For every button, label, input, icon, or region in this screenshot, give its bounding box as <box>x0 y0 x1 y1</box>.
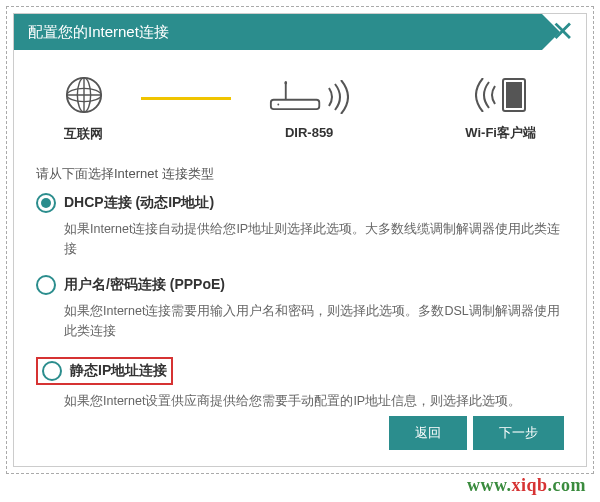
client-node: Wi-Fi客户端 <box>465 77 536 142</box>
option-dhcp: DHCP连接 (动态IP地址) 如果Internet连接自动提供给您IP地址则选… <box>36 193 564 259</box>
internet-node: 互联网 <box>64 76 103 143</box>
option-pppoe-title: 用户名/密码连接 (PPPoE) <box>64 276 225 294</box>
option-static: 静态IP地址连接 如果您Internet设置供应商提供给您需要手动配置的IP地址… <box>36 357 564 411</box>
close-icon[interactable]: ✕ <box>551 18 574 46</box>
header-title: 配置您的Internet连接 <box>28 23 169 42</box>
option-pppoe-desc: 如果您Internet连接需要用输入用户名和密码，则选择此选项。多数DSL调制解… <box>36 301 564 341</box>
client-label: Wi-Fi客户端 <box>465 124 536 142</box>
svg-point-6 <box>285 81 288 84</box>
svg-rect-10 <box>506 82 522 108</box>
instruction-text: 请从下面选择Internet 连接类型 <box>14 151 586 185</box>
router-node: DIR-859 <box>269 80 349 140</box>
svg-point-8 <box>278 103 280 105</box>
router-label: DIR-859 <box>285 125 333 140</box>
back-button[interactable]: 返回 <box>389 416 467 450</box>
header-ribbon: 配置您的Internet连接 <box>14 14 542 50</box>
watermark: www.xiqb.com <box>467 475 586 496</box>
option-dhcp-title: DHCP连接 (动态IP地址) <box>64 194 214 212</box>
router-icon <box>269 80 323 117</box>
radio-static[interactable] <box>42 361 62 381</box>
radio-dhcp[interactable] <box>36 193 56 213</box>
outer-container: 配置您的Internet连接 ✕ 互联网 D <box>6 6 594 474</box>
highlight-box: 静态IP地址连接 <box>36 357 173 385</box>
internet-label: 互联网 <box>64 125 103 143</box>
cable-line <box>141 97 231 100</box>
option-static-desc: 如果您Internet设置供应商提供给您需要手动配置的IP地址信息，则选择此选项… <box>36 391 564 411</box>
option-dhcp-desc: 如果Internet连接自动提供给您IP地址则选择此选项。大多数线缆调制解调器使… <box>36 219 564 259</box>
topology-diagram: 互联网 DIR-859 <box>14 50 586 151</box>
option-static-title: 静态IP地址连接 <box>70 362 167 380</box>
phone-icon <box>501 77 527 116</box>
wizard-panel: 配置您的Internet连接 ✕ 互联网 D <box>13 13 587 467</box>
radio-pppoe[interactable] <box>36 275 56 295</box>
wifi-waves-icon <box>325 80 349 117</box>
option-pppoe: 用户名/密码连接 (PPPoE) 如果您Internet连接需要用输入用户名和密… <box>36 275 564 341</box>
next-button[interactable]: 下一步 <box>473 416 564 450</box>
wifi-waves-icon <box>475 78 499 115</box>
globe-icon <box>65 76 103 117</box>
options-list: DHCP连接 (动态IP地址) 如果Internet连接自动提供给您IP地址则选… <box>14 185 586 435</box>
button-row: 返回 下一步 <box>389 416 564 450</box>
